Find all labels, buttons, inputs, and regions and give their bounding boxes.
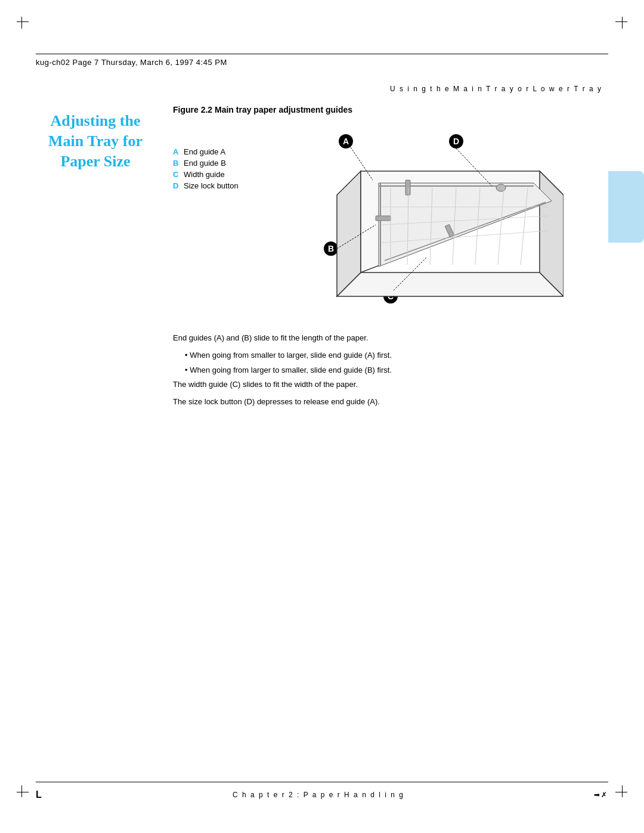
text-section: End guides (A) and (B) slide to fit the … bbox=[173, 332, 608, 408]
footer-left: L bbox=[36, 789, 43, 800]
legend: A End guide A B End guide B C Width guid… bbox=[173, 147, 268, 190]
legend-letter-d: D bbox=[173, 181, 184, 190]
body-para2: The width guide (C) slides to fit the wi… bbox=[173, 379, 608, 391]
header-text: kug-ch02 Page 7 Thursday, March 6, 1997 … bbox=[36, 58, 227, 67]
right-column: Figure 2.2 Main tray paper adjustment gu… bbox=[167, 105, 608, 413]
header-line: kug-ch02 Page 7 Thursday, March 6, 1997 … bbox=[36, 54, 608, 67]
body-bullet2: When going from larger to smaller, slide… bbox=[185, 364, 608, 377]
footer-content: L C h a p t e r 2 : P a p e r H a n d l … bbox=[36, 789, 608, 800]
svg-marker-8 bbox=[337, 272, 564, 296]
title-line1: Adjusting the bbox=[36, 111, 155, 131]
legend-item-a: A End guide A bbox=[173, 147, 268, 156]
corner-mark-br bbox=[609, 779, 627, 797]
legend-item-c: C Width guide bbox=[173, 170, 268, 179]
page: kug-ch02 Page 7 Thursday, March 6, 1997 … bbox=[0, 0, 644, 833]
svg-text:A: A bbox=[343, 137, 349, 146]
body-bullet1: When going from smaller to larger, slide… bbox=[185, 349, 608, 362]
legend-letter-b: B bbox=[173, 159, 184, 168]
svg-rect-14 bbox=[405, 180, 410, 195]
svg-marker-12 bbox=[379, 183, 552, 267]
body-para1: End guides (A) and (B) slide to fit the … bbox=[173, 332, 608, 345]
legend-text-a: End guide A bbox=[184, 147, 225, 156]
footer-right: ➡✗ bbox=[594, 791, 608, 799]
svg-text:B: B bbox=[328, 244, 334, 253]
title-line3: Paper Size bbox=[36, 151, 155, 172]
tray-diagram: A D B C bbox=[313, 123, 564, 314]
legend-item-b: B End guide B bbox=[173, 159, 268, 168]
svg-text:D: D bbox=[453, 137, 459, 146]
diagram-column: A D B C bbox=[268, 123, 608, 314]
left-column: Adjusting the Main Tray for Paper Size bbox=[36, 105, 167, 413]
corner-mark-bl bbox=[17, 779, 35, 797]
legend-text-c: Width guide bbox=[184, 170, 225, 179]
footer-line bbox=[36, 782, 608, 782]
legend-item-d: D Size lock button bbox=[173, 181, 268, 190]
svg-point-19 bbox=[496, 184, 506, 191]
footer-center: C h a p t e r 2 : P a p e r H a n d l i … bbox=[233, 791, 404, 799]
legend-column: A End guide A B End guide B C Width guid… bbox=[173, 135, 268, 193]
body-para3: The size lock button (D) depresses to re… bbox=[173, 396, 608, 408]
main-title: Adjusting the Main Tray for Paper Size bbox=[36, 111, 155, 171]
corner-mark-tr bbox=[609, 17, 627, 35]
svg-rect-16 bbox=[376, 216, 391, 221]
legend-text-d: Size lock button bbox=[184, 181, 239, 190]
title-line2: Main Tray for bbox=[36, 131, 155, 151]
corner-mark-tl bbox=[17, 17, 35, 35]
content-area: Adjusting the Main Tray for Paper Size F… bbox=[36, 105, 608, 413]
figure-section: A End guide A B End guide B C Width guid… bbox=[173, 123, 608, 314]
blue-tab bbox=[608, 171, 644, 243]
legend-text-b: End guide B bbox=[184, 159, 226, 168]
legend-letter-c: C bbox=[173, 170, 184, 179]
figure-caption: Figure 2.2 Main tray paper adjustment gu… bbox=[173, 105, 608, 114]
legend-letter-a: A bbox=[173, 147, 184, 156]
running-header: U s i n g t h e M a i n T r a y o r L o … bbox=[36, 85, 608, 93]
